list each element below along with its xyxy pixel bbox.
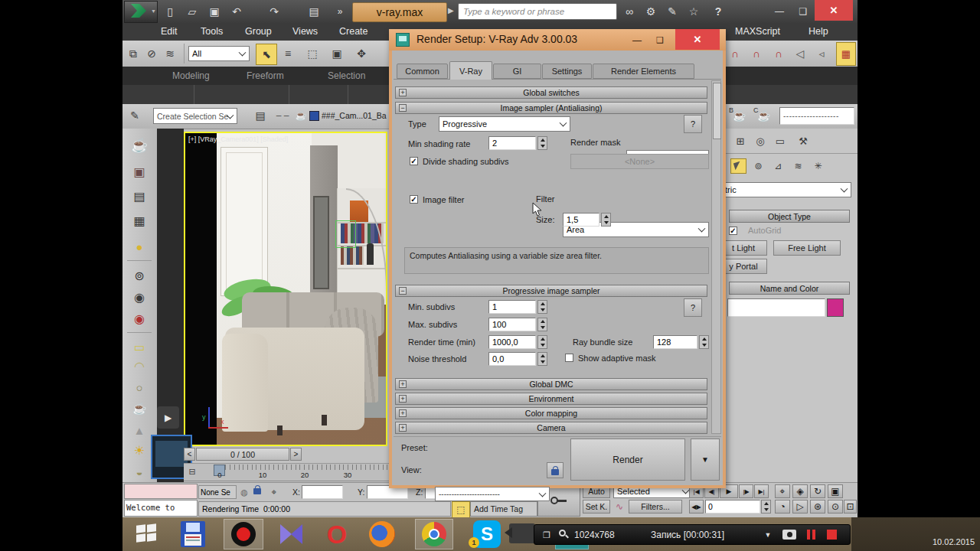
listener-white-line[interactable]: Welcome to bbox=[124, 500, 198, 517]
redo-icon[interactable]: ↷ bbox=[265, 2, 283, 21]
save-file-icon[interactable]: ▣ bbox=[205, 2, 224, 21]
image-filter-checkbox[interactable]: ✓ bbox=[410, 195, 418, 204]
spinner-snap-icon[interactable]: ◁ bbox=[791, 44, 809, 63]
progressive-help-button[interactable]: ? bbox=[684, 298, 702, 317]
binoculars-icon[interactable]: ∞ bbox=[620, 2, 639, 21]
taskbar-firefox-icon[interactable] bbox=[369, 521, 395, 547]
toolbar-overflow-icon[interactable]: » bbox=[334, 4, 346, 19]
film-camera-icon[interactable]: ⊚ bbox=[129, 265, 150, 286]
divide-shading-checkbox[interactable]: ✓ bbox=[410, 157, 418, 165]
select-move-icon[interactable]: ✥ bbox=[352, 44, 371, 63]
name-color-rollout[interactable]: Name and Color bbox=[729, 282, 850, 295]
noise-threshold-spinner[interactable] bbox=[537, 352, 547, 366]
filters-button[interactable]: Filters... bbox=[629, 500, 682, 514]
dialog-close-button[interactable]: ✕ bbox=[675, 29, 720, 50]
render-settings-icon[interactable]: ▤ bbox=[129, 185, 150, 207]
adaptive-mask-checkbox[interactable] bbox=[565, 354, 573, 362]
close-button[interactable]: ✕ bbox=[815, 0, 853, 21]
object-name-field[interactable] bbox=[727, 298, 825, 317]
zoom-extents-icon[interactable]: ⌖ bbox=[775, 484, 790, 498]
tab-common[interactable]: Common bbox=[397, 64, 448, 79]
favorites-star-icon[interactable]: ☆ bbox=[684, 2, 703, 21]
sphere-light-icon[interactable]: ○ bbox=[129, 377, 150, 398]
min-subdivs-spinner[interactable] bbox=[537, 300, 547, 314]
ray-bundle-spinner[interactable] bbox=[699, 335, 709, 349]
ribbon-define-flows[interactable]: Define Flows bbox=[126, 85, 194, 104]
orbit-icon[interactable]: ↻ bbox=[810, 484, 825, 498]
restore-button[interactable]: ❑ bbox=[793, 5, 813, 18]
lightbulb-icon[interactable]: ● bbox=[129, 236, 150, 257]
viewport-label[interactable]: [+] [VRay_Camera001] [Shaded] bbox=[188, 135, 288, 143]
menu-maxscript[interactable]: MAXScript bbox=[735, 26, 780, 37]
ribbon-simulation[interactable]: Simulation bbox=[291, 85, 348, 104]
angle-snap-icon[interactable]: ∩ bbox=[747, 44, 766, 63]
taskbar-camcorder-icon[interactable] bbox=[509, 523, 535, 543]
next-frame-button[interactable]: > bbox=[290, 448, 302, 461]
render-frame-icon[interactable]: ▣ bbox=[129, 161, 150, 182]
start-button[interactable] bbox=[136, 523, 158, 543]
select-by-name-icon[interactable]: ≡ bbox=[279, 44, 297, 63]
view-lock-button[interactable] bbox=[547, 462, 564, 478]
dome-light-icon[interactable]: ◠ bbox=[129, 355, 150, 377]
object-type-rollout[interactable]: Object Type bbox=[729, 210, 850, 223]
dialog-maximize-button[interactable]: ❑ bbox=[651, 34, 669, 47]
rect-selection-region-icon[interactable]: ⬚ bbox=[303, 44, 322, 63]
max-logo[interactable]: ▼ bbox=[124, 1, 158, 23]
render-time-spinner[interactable] bbox=[537, 335, 547, 349]
video-play-overlay[interactable]: ▶ bbox=[157, 406, 179, 429]
listener-pink-line[interactable] bbox=[124, 484, 198, 499]
window-select-icon[interactable]: ❐ bbox=[541, 529, 553, 541]
min-shading-spinner[interactable] bbox=[537, 136, 547, 150]
play-selected-icon[interactable]: ▷ bbox=[792, 500, 808, 514]
prev-frame-button[interactable]: < bbox=[184, 448, 195, 461]
search-expand-icon[interactable]: ▶ bbox=[448, 6, 454, 15]
preset-dropdown[interactable]: ------------------------ bbox=[435, 487, 550, 501]
taskbar-save-app-icon[interactable] bbox=[181, 521, 205, 547]
minimize-button[interactable]: — bbox=[769, 5, 789, 18]
taskbar-recorder-active[interactable] bbox=[224, 519, 263, 549]
vray-portal-button[interactable]: y Portal bbox=[720, 259, 767, 274]
ribbon-define-idle-areas[interactable]: Define Idle Areas bbox=[204, 85, 289, 104]
ribbon-tab-modeling[interactable]: Modeling bbox=[172, 70, 210, 81]
ribbon-display[interactable]: Displa bbox=[354, 85, 394, 104]
render-mask-none-button[interactable]: <None> bbox=[570, 154, 709, 169]
selection-lock-icon[interactable] bbox=[253, 485, 263, 497]
undo-icon[interactable]: ↶ bbox=[227, 2, 246, 21]
key-mode-button[interactable]: ◀▶ bbox=[689, 500, 704, 514]
trackbar-filter-icon[interactable]: ⊟ bbox=[185, 466, 199, 478]
x-field[interactable] bbox=[302, 485, 343, 499]
layer-manager-icon[interactable]: ▤ bbox=[251, 106, 270, 125]
set-key-button[interactable]: Set K. bbox=[583, 500, 610, 514]
help-icon[interactable]: ? bbox=[709, 2, 727, 21]
menu-tools[interactable]: Tools bbox=[201, 26, 223, 37]
motion-tab-icon[interactable]: ◎ bbox=[752, 132, 769, 149]
systems-category-icon[interactable]: ✳ bbox=[810, 158, 826, 174]
stop-recording-icon[interactable] bbox=[827, 530, 837, 540]
window-crossing-icon[interactable]: ▣ bbox=[328, 44, 346, 63]
object-color-swatch[interactable] bbox=[827, 298, 844, 317]
size-spinner[interactable] bbox=[601, 213, 611, 227]
lights-category-icon[interactable] bbox=[730, 158, 746, 174]
cameras-category-icon[interactable]: ⊚ bbox=[750, 158, 766, 174]
menu-group[interactable]: Group bbox=[245, 26, 272, 37]
dialog-minimize-button[interactable]: — bbox=[628, 34, 646, 47]
select-link-icon[interactable]: ⧉ bbox=[124, 44, 142, 63]
camera-red-icon[interactable]: ◉ bbox=[129, 308, 150, 329]
absolute-mode-icon[interactable]: ⌖ bbox=[268, 486, 280, 498]
taskbar-kmplayer-icon[interactable] bbox=[279, 521, 305, 547]
noise-threshold-field[interactable]: 0,0 bbox=[488, 352, 536, 366]
scrollbar-thumb[interactable] bbox=[713, 83, 721, 139]
maximize-viewport-icon[interactable]: ▣ bbox=[828, 484, 843, 498]
size-field[interactable]: 1,5 bbox=[563, 213, 599, 227]
rollout-global-switches[interactable]: + Global switches bbox=[395, 86, 707, 99]
dialog-titlebar[interactable]: Render Setup: V-Ray Adv 3.00.03 — ❑ ✕ bbox=[389, 29, 726, 51]
display-tab-icon[interactable]: ▭ bbox=[772, 132, 789, 149]
go-end-button[interactable]: ▶| bbox=[754, 484, 769, 498]
dialog-scrollbar[interactable] bbox=[711, 80, 721, 434]
open-file-icon[interactable]: ▱ bbox=[183, 2, 201, 21]
render-elements-icon[interactable]: ▦ bbox=[129, 210, 150, 231]
taskbar-chrome-active[interactable] bbox=[415, 519, 453, 549]
orbit-subobject-icon[interactable]: ⊙ bbox=[828, 500, 843, 514]
bind-spacewarp-icon[interactable]: ≋ bbox=[161, 44, 179, 63]
pause-recording-icon[interactable] bbox=[807, 530, 816, 540]
